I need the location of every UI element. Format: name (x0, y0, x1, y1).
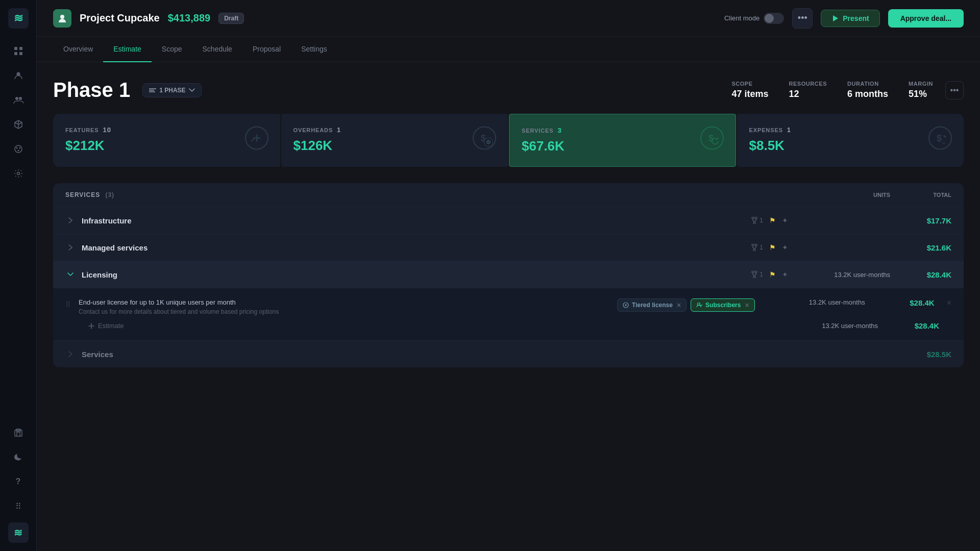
expenses-icon: $ (927, 125, 953, 156)
licensing-detail: ⠿ End-user license for up to 1K unique u… (53, 288, 964, 341)
estimate-label: Estimate (98, 322, 124, 330)
detail-title: End-user license for up to 1K unique use… (79, 298, 609, 306)
svg-point-11 (17, 172, 19, 175)
present-button[interactable]: Present (821, 10, 879, 27)
play-icon (831, 15, 839, 22)
services-table-header: SERVICES (3) UNITS TOTAL (53, 183, 964, 207)
client-mode-toggle: Client mode (724, 13, 784, 24)
features-icon (243, 125, 270, 156)
service-total-infrastructure: $17.7K (890, 216, 951, 225)
subscribers-close[interactable]: × (745, 301, 749, 309)
svg-point-33 (755, 244, 757, 246)
star-icon-infrastructure: ✦ (782, 216, 788, 224)
svg-text:$: $ (708, 133, 714, 143)
sidebar-item-palette[interactable] (8, 139, 29, 159)
svg-point-7 (15, 145, 22, 153)
tab-overview[interactable]: Overview (53, 37, 103, 62)
svg-rect-3 (19, 52, 22, 55)
svg-point-35 (752, 271, 754, 273)
app-header: Project Cupcake $413,889 Draft Client mo… (37, 0, 980, 37)
chevron-down-icon-licensing (65, 269, 76, 280)
sidebar-logo[interactable]: ≋ (8, 8, 29, 29)
svg-rect-1 (19, 47, 22, 50)
phase-selector-label: 1 PHASE (159, 87, 185, 94)
stat-margin: MARGIN 51% (909, 81, 933, 99)
tag-icon-subscribers (696, 302, 702, 308)
phase-list-icon (149, 88, 156, 93)
service-row-partial: Services $28.5K (53, 341, 964, 367)
more-options-button[interactable]: ••• (792, 8, 813, 29)
client-mode-switch[interactable] (764, 13, 784, 24)
card-services[interactable]: SERVICES 3 $67.6K $ (509, 114, 736, 167)
service-total-licensing: $28.4K (890, 270, 951, 279)
partial-service-total: $28.5K (890, 350, 951, 359)
tag-tiered-license[interactable]: Tiered license × (617, 298, 687, 312)
sidebar-item-group[interactable] (8, 90, 29, 110)
phase-title: Phase 1 (53, 79, 130, 102)
fork-icon-managed: 1 (751, 244, 763, 251)
sidebar-item-draggable[interactable]: ⠿ (8, 496, 29, 516)
sidebar-item-building[interactable] (8, 422, 29, 443)
card-overheads[interactable]: OVERHEADS 1 $126K $ (281, 114, 508, 167)
detail-subtitle: Contact us for more details about tiered… (79, 308, 609, 315)
project-amount: $413,889 (168, 12, 210, 24)
detail-remove-button[interactable]: × (947, 298, 951, 308)
plus-icon (88, 322, 95, 330)
sidebar-item-grid[interactable] (8, 41, 29, 61)
present-label: Present (843, 14, 869, 22)
svg-point-34 (753, 249, 755, 251)
sidebar-item-help[interactable]: ? (8, 471, 29, 492)
tab-settings[interactable]: Settings (291, 37, 337, 62)
star-icon-licensing: ✦ (782, 270, 788, 279)
drag-handle-icon[interactable]: ⠿ (65, 300, 70, 309)
approve-deal-button[interactable]: Approve deal... (888, 9, 964, 28)
tab-schedule[interactable]: Schedule (192, 37, 242, 62)
stat-duration: DURATION 6 months (847, 81, 888, 99)
phase-stats: SCOPE 47 items RESOURCES 12 DURATION 6 m… (731, 81, 933, 99)
card-features[interactable]: FEATURES 10 $212K (53, 114, 280, 167)
phase-header: Phase 1 1 PHASE SCOPE 47 items (53, 79, 964, 102)
sidebar-item-box[interactable] (8, 114, 29, 135)
card-expenses[interactable]: EXPENSES 1 $8.5K $ (737, 114, 964, 167)
services-table: SERVICES (3) UNITS TOTAL Infrastructure … (53, 183, 964, 367)
phase-selector[interactable]: 1 PHASE (142, 83, 201, 97)
svg-point-23 (486, 140, 491, 145)
service-row-managed[interactable]: Managed services 1 ⚑ ✦ $21.6K (53, 234, 964, 261)
sidebar-bottom-logo[interactable]: ≋ (8, 522, 29, 543)
star-icon-managed: ✦ (782, 243, 788, 252)
client-mode-label: Client mode (724, 14, 760, 22)
sidebar-item-person[interactable] (8, 65, 29, 86)
tab-proposal[interactable]: Proposal (242, 37, 291, 62)
service-name-licensing: Licensing (82, 270, 743, 279)
svg-point-9 (19, 147, 20, 149)
svg-point-10 (17, 150, 19, 152)
fork-icon-licensing: 1 (751, 271, 763, 278)
main-content: Project Cupcake $413,889 Draft Client mo… (37, 0, 980, 551)
svg-point-31 (753, 222, 755, 224)
tiered-license-close[interactable]: × (677, 301, 681, 309)
detail-units: 13.2K user-months (763, 298, 865, 306)
stat-resources: RESOURCES 12 (789, 81, 827, 99)
tab-scope[interactable]: Scope (152, 37, 192, 62)
draft-badge: Draft (218, 13, 244, 24)
sidebar-item-gear[interactable] (8, 163, 29, 184)
add-estimate-button[interactable]: Estimate (88, 322, 124, 330)
service-row-licensing[interactable]: Licensing 1 ⚑ ✦ 13.2K user-months $28.4K (53, 261, 964, 288)
approve-label: Approve deal... (900, 14, 951, 22)
svg-point-30 (755, 217, 757, 219)
project-avatar (53, 9, 71, 28)
detail-total: $28.4K (873, 298, 935, 307)
service-name-infrastructure: Infrastructure (82, 216, 743, 225)
phase-more-button[interactable]: ••• (945, 81, 964, 99)
content-area: Phase 1 1 PHASE SCOPE 47 items (37, 62, 980, 551)
svg-marker-15 (833, 15, 838, 21)
svg-point-8 (16, 147, 17, 149)
svg-text:$: $ (937, 133, 942, 143)
logo-icon: ≋ (14, 12, 23, 25)
service-row-infrastructure[interactable]: Infrastructure 1 ⚑ ✦ $17.7K (53, 207, 964, 234)
tag-subscribers[interactable]: Subscribers × (691, 298, 755, 312)
tab-estimate[interactable]: Estimate (103, 37, 151, 62)
sidebar: ≋ (0, 0, 37, 551)
sidebar-item-moon[interactable] (8, 447, 29, 467)
svg-rect-0 (14, 47, 17, 50)
